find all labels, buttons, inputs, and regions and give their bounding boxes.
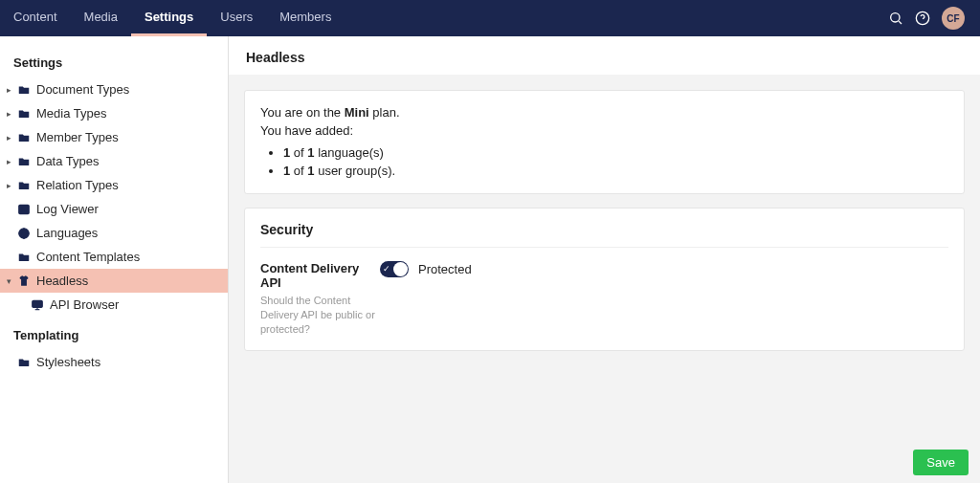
plan-prefix: You are on the	[260, 105, 345, 120]
security-heading: Security	[260, 222, 948, 248]
tab-users[interactable]: Users	[207, 0, 266, 36]
sidebar-item-log-viewer[interactable]: Log Viewer	[0, 197, 228, 221]
sidebar-section-templating: Templating	[0, 317, 228, 350]
folder-icon	[15, 107, 33, 121]
shirt-icon	[15, 274, 33, 288]
sidebar-item-label: Stylesheets	[36, 355, 100, 369]
top-nav-right: CF	[888, 0, 972, 36]
sidebar-item-api-browser[interactable]: API Browser	[0, 293, 228, 317]
sidebar-item-label: Data Types	[36, 154, 100, 168]
folder-icon	[15, 179, 33, 192]
svg-point-0	[891, 13, 900, 22]
sidebar-item-content-templates[interactable]: Content Templates	[0, 245, 228, 269]
plan-name: Mini	[345, 105, 369, 120]
sidebar-item-stylesheets[interactable]: Stylesheets	[0, 350, 228, 374]
sidebar: Settings ▸Document Types▸Media Types▸Mem…	[0, 36, 229, 483]
sidebar-item-label: Content Templates	[36, 250, 140, 264]
page-title: Headless	[229, 36, 980, 75]
api-label: Content Delivery API	[260, 261, 380, 290]
api-toggle-label: Protected	[418, 262, 472, 276]
sidebar-item-relation-types[interactable]: ▸Relation Types	[0, 173, 228, 197]
svg-line-1	[899, 21, 902, 24]
folder-icon	[15, 131, 33, 144]
sidebar-item-member-types[interactable]: ▸Member Types	[0, 125, 228, 149]
main: Settings ▸Document Types▸Media Types▸Mem…	[0, 36, 980, 483]
globe-icon	[15, 227, 33, 240]
chevron-icon[interactable]: ▸	[4, 133, 13, 143]
chevron-icon[interactable]: ▸	[4, 157, 13, 166]
api-toggle[interactable]: ✓	[380, 261, 409, 277]
monitor-icon	[29, 298, 46, 312]
sidebar-section-settings: Settings	[0, 44, 228, 77]
sidebar-item-label: Document Types	[36, 82, 129, 97]
security-card: Security Content Delivery API Should the…	[244, 208, 965, 351]
folder-icon	[15, 83, 33, 97]
chevron-icon[interactable]: ▸	[4, 85, 13, 95]
terminal-icon	[15, 203, 33, 216]
api-help: Should the Content Delivery API be publi…	[260, 294, 380, 337]
chevron-icon[interactable]: ▸	[4, 181, 13, 190]
plan-groups: 1 of 1 user group(s).	[283, 163, 948, 181]
check-icon: ✓	[383, 264, 390, 274]
tab-members[interactable]: Members	[266, 0, 345, 36]
folder-icon	[15, 155, 33, 168]
sidebar-item-label: Languages	[36, 226, 98, 240]
sidebar-item-label: Headless	[36, 274, 88, 288]
plan-card: You are on the Mini plan. You have added…	[244, 90, 965, 194]
top-nav: ContentMediaSettingsUsersMembers CF	[0, 0, 980, 36]
avatar[interactable]: CF	[942, 7, 965, 30]
sidebar-item-document-types[interactable]: ▸Document Types	[0, 77, 228, 101]
help-icon[interactable]	[915, 11, 930, 26]
sidebar-item-label: Relation Types	[36, 178, 119, 192]
top-nav-tabs: ContentMediaSettingsUsersMembers	[0, 0, 345, 36]
chevron-icon[interactable]: ▾	[4, 276, 13, 286]
sidebar-item-label: Log Viewer	[36, 202, 99, 216]
sidebar-item-languages[interactable]: Languages	[0, 221, 228, 245]
sidebar-item-data-types[interactable]: ▸Data Types	[0, 149, 228, 173]
tab-settings[interactable]: Settings	[131, 0, 207, 36]
plan-suffix: plan.	[369, 105, 400, 120]
plan-languages: 1 of 1 language(s)	[283, 144, 948, 163]
sidebar-item-label: Media Types	[36, 106, 106, 121]
sidebar-item-headless[interactable]: ▾Headless	[0, 269, 228, 293]
save-button[interactable]: Save	[913, 450, 969, 475]
tab-media[interactable]: Media	[71, 0, 131, 36]
svg-rect-8	[33, 300, 43, 307]
sidebar-item-label: API Browser	[50, 297, 119, 312]
chevron-icon[interactable]: ▸	[4, 109, 13, 119]
sidebar-item-label: Member Types	[36, 130, 119, 144]
plan-added: You have added:	[260, 123, 353, 138]
folder-icon	[15, 356, 33, 369]
content: Headless You are on the Mini plan. You h…	[229, 36, 980, 483]
folder-icon	[15, 251, 33, 264]
search-icon[interactable]	[888, 11, 903, 26]
tab-content[interactable]: Content	[0, 0, 71, 36]
sidebar-item-media-types[interactable]: ▸Media Types	[0, 101, 228, 125]
